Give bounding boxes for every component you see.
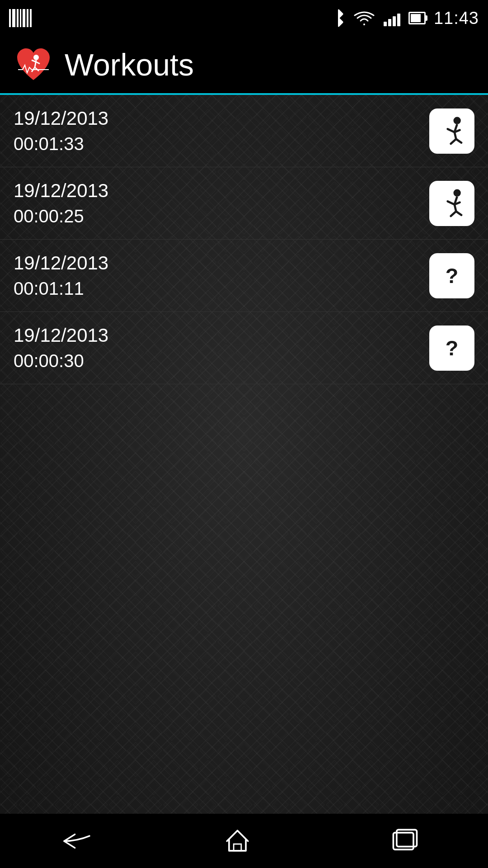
svg-line-26 — [456, 211, 461, 215]
svg-text:?: ? — [446, 336, 459, 360]
svg-line-17 — [455, 132, 456, 139]
svg-line-25 — [451, 211, 456, 216]
svg-line-24 — [455, 204, 456, 211]
workout-item[interactable]: 19/12/2013 00:01:33 — [0, 95, 488, 167]
workout-item[interactable]: 19/12/2013 00:00:25 — [0, 167, 488, 240]
running-icon — [429, 181, 474, 226]
workout-duration: 00:01:33 — [14, 134, 108, 154]
workout-info: 19/12/2013 00:01:11 — [14, 252, 108, 299]
workout-date: 19/12/2013 — [14, 108, 108, 129]
unknown-workout-icon: ? — [429, 253, 474, 298]
running-icon — [429, 108, 474, 154]
workout-item[interactable]: 19/12/2013 00:01:11 ? — [0, 240, 488, 312]
svg-point-14 — [454, 117, 461, 124]
nav-bar — [0, 814, 488, 868]
barcode-icon — [9, 8, 32, 28]
workout-info: 19/12/2013 00:01:33 — [14, 108, 108, 154]
status-bar-left — [9, 8, 32, 28]
page-title: Workouts — [65, 47, 194, 82]
wifi-icon — [353, 9, 375, 27]
svg-rect-30 — [234, 844, 241, 851]
svg-point-8 — [33, 55, 39, 60]
svg-line-23 — [448, 201, 455, 204]
svg-line-16 — [448, 129, 455, 132]
workout-duration: 00:01:11 — [14, 278, 108, 299]
svg-point-21 — [454, 189, 461, 196]
workout-duration: 00:00:25 — [14, 206, 108, 226]
workout-item[interactable]: 19/12/2013 00:00:30 ? — [0, 312, 488, 384]
home-button[interactable] — [215, 823, 260, 859]
workout-list: 19/12/2013 00:01:33 19/12/2013 00:00:25 — [0, 95, 488, 384]
signal-icon — [384, 10, 400, 26]
workout-date: 19/12/2013 — [14, 180, 108, 202]
bluetooth-icon — [332, 9, 345, 28]
svg-text:?: ? — [446, 264, 459, 288]
status-bar: 11:43 — [0, 0, 488, 36]
workout-info: 19/12/2013 00:00:30 — [14, 325, 108, 371]
battery-icon — [408, 12, 426, 24]
app-header: Workouts — [0, 36, 488, 95]
workout-date: 19/12/2013 — [14, 252, 108, 274]
workout-info: 19/12/2013 00:00:25 — [14, 180, 108, 226]
back-button[interactable] — [61, 831, 93, 851]
unknown-workout-icon: ? — [429, 326, 474, 371]
recents-button[interactable] — [382, 823, 427, 859]
workout-duration: 00:00:30 — [14, 351, 108, 371]
time-display: 11:43 — [434, 9, 479, 28]
workout-date: 19/12/2013 — [14, 325, 108, 346]
app-logo — [14, 45, 53, 85]
status-bar-right: 11:43 — [332, 9, 479, 28]
svg-line-19 — [456, 139, 461, 142]
svg-line-18 — [451, 139, 456, 144]
